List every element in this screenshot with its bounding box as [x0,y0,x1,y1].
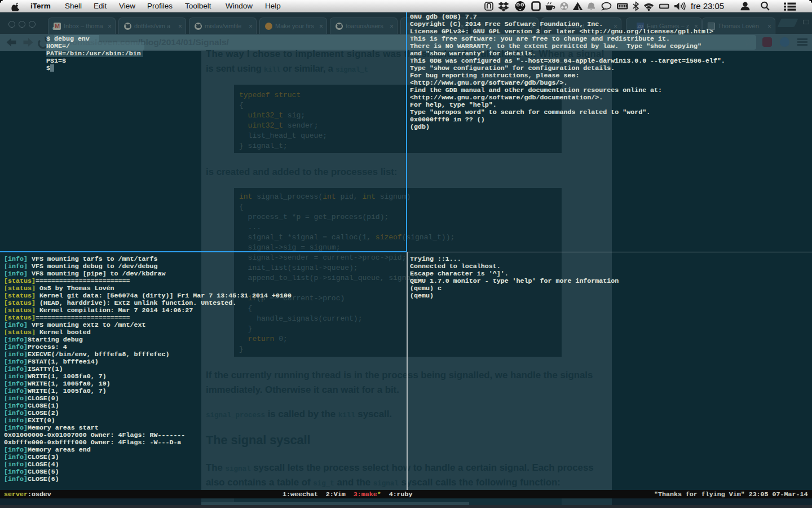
svg-text:fre 23:05: fre 23:05 [691,1,724,11]
